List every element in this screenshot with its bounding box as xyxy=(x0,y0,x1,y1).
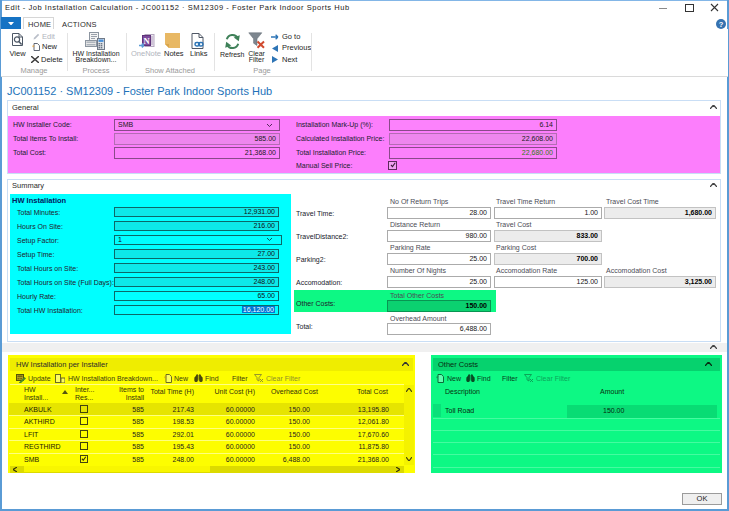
svg-text:?: ? xyxy=(719,19,724,28)
svg-text:N: N xyxy=(143,36,150,46)
